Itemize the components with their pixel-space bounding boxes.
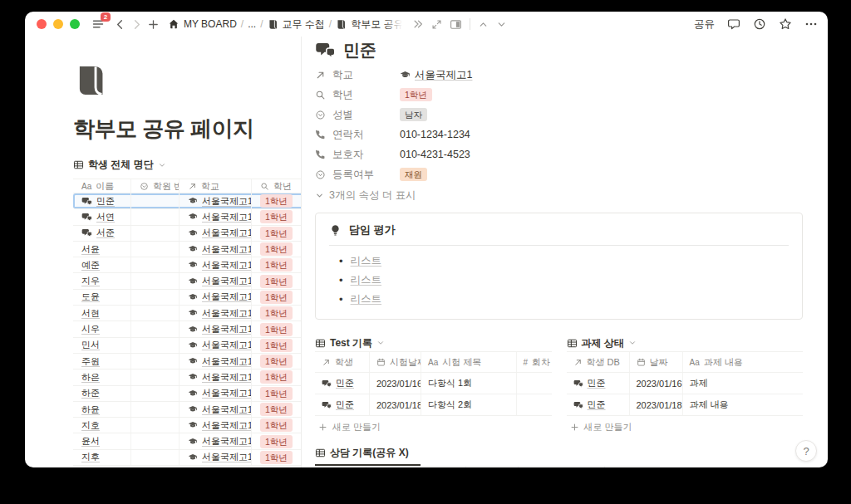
student-class-cell[interactable] [131,402,180,417]
student-name-cell[interactable]: 하은 [73,369,131,384]
student-school-cell[interactable]: 서울국제고1 [180,306,252,321]
student-class-cell[interactable] [131,338,180,353]
student-class-cell[interactable] [131,273,180,288]
breadcrumb-home[interactable]: MY BOARD [165,17,240,32]
student-grade-cell[interactable]: 1학년 [252,321,301,336]
table-row[interactable]: 지후 서울국제고1 1학년 [73,450,301,466]
student-school-cell[interactable]: 서울국제고1 [180,242,252,257]
student-name-cell[interactable]: 하윤 [73,402,131,417]
table-row[interactable]: 민준 2023/01/16 다항식 1회 [315,373,552,394]
student-name-cell[interactable]: 윤서 [73,433,131,448]
table-row[interactable]: 주원 서울국제고1 1학년 [73,354,301,369]
student-school-cell[interactable]: 서울국제고1 [180,226,252,241]
new-row-button[interactable]: 새로 만들기 [567,416,804,438]
student-grade-cell[interactable]: 1학년 [252,193,301,208]
column-header-student[interactable]: 학생 [315,467,366,467]
table-row[interactable]: 민준 서울국제고1 1학년 [73,193,301,209]
show-more-properties-button[interactable]: 3개의 속성 더 표시 [315,186,803,204]
student-grade-cell[interactable]: 1학년 [252,257,301,272]
student-name-cell[interactable]: 하준 [73,386,131,401]
student-name-cell[interactable]: 지우 [73,273,131,288]
table-row[interactable]: 시우 서울국제고1 1학년 [73,321,301,337]
student-grade-cell[interactable]: 1학년 [252,354,301,369]
student-class-cell[interactable] [131,321,180,336]
student-school-cell[interactable]: 서울국제고1 [180,418,252,433]
student-class-cell[interactable] [131,226,180,241]
new-page-button[interactable] [145,16,161,32]
table-row[interactable]: 서현 서울국제고1 1학년 [73,306,301,321]
more-options-icon[interactable] [804,17,818,31]
student-class-cell[interactable] [131,418,180,433]
record-title[interactable]: 민준 [343,39,376,61]
table-row[interactable]: 하준 서울국제고1 1학년 [73,386,301,402]
student-grade-cell[interactable]: 1학년 [252,290,301,305]
table-row[interactable]: 서윤 서울국제고1 1학년 [73,242,301,257]
student-class-cell[interactable] [131,257,180,272]
table-row[interactable]: 예준 서울국제고1 1학년 [73,257,301,273]
student-grade-cell[interactable]: 1학년 [252,418,301,433]
student-name-cell[interactable]: 민서 [73,338,131,353]
student-grade-cell[interactable]: 1학년 [252,273,301,288]
student-school-cell[interactable]: 서울국제고1 [180,257,252,272]
nav-back-button[interactable] [111,16,128,32]
column-header-consult-date[interactable]: 상담일자 [466,467,519,467]
student-class-cell[interactable] [131,450,180,465]
nav-forward-button[interactable] [128,16,145,32]
sidebar-toggle-icon[interactable]: 2 [90,16,106,32]
task-table-title[interactable]: 과제 상태 [567,335,804,351]
column-header-class[interactable]: 학원 반 [131,179,180,193]
student-grade-cell[interactable]: 1학년 [252,369,301,384]
student-school-cell[interactable]: 서울국제고1 [180,290,252,305]
table-row[interactable]: 서준 서울국제고1 1학년 [73,226,301,242]
student-school-cell[interactable]: 서울국제고1 [180,386,252,401]
student-school-cell[interactable]: 서울국제고1 [180,354,252,369]
expand-page-icon[interactable] [431,19,442,30]
column-header-name[interactable]: Aa 이름 [73,179,131,193]
student-school-cell[interactable]: 서울국제고1 [180,369,252,384]
table-row[interactable]: 하윤 서울국제고1 1학년 [73,402,301,418]
student-school-cell[interactable]: 서울국제고1 [180,209,252,224]
student-name-cell[interactable]: 서준 [73,226,131,241]
table-row[interactable]: 하은 서울국제고1 1학년 [73,369,301,385]
page-book-icon[interactable] [73,63,301,98]
student-class-cell[interactable] [131,354,180,369]
column-header-student[interactable]: 학생 [315,352,370,372]
column-header-student-db[interactable]: 학생 DB [567,352,630,372]
student-name-cell[interactable]: 예준 [73,257,131,272]
student-name-cell[interactable]: 서윤 [73,242,131,257]
student-class-cell[interactable] [131,306,180,321]
student-grade-cell[interactable]: 1학년 [252,226,301,241]
student-name-cell[interactable]: 지후 [73,450,131,465]
student-grade-cell[interactable]: 1학년 [252,402,301,417]
student-class-cell[interactable] [131,290,180,305]
favorite-star-icon[interactable] [779,17,792,31]
zoom-window-button[interactable] [70,19,80,29]
close-window-button[interactable] [37,19,47,29]
table-row[interactable]: 서연 서울국제고1 1학년 [73,209,301,225]
help-button[interactable]: ? [795,440,817,462]
student-school-cell[interactable]: 서울국제고1 [180,433,252,448]
table-row[interactable]: 도윤 서울국제고1 1학년 [73,290,301,306]
table-row[interactable]: 지호 서울국제고1 1학년 [73,418,301,433]
student-class-cell[interactable] [131,386,180,401]
student-name-cell[interactable]: 시우 [73,321,131,336]
table-row[interactable]: 윤서 서울국제고1 1학년 [73,433,301,449]
student-class-cell[interactable] [131,433,180,448]
speech-bubbles-icon[interactable] [315,40,336,61]
column-header-task-content[interactable]: Aa과제 내용 [683,352,804,372]
student-grade-cell[interactable]: 1학년 [252,209,301,224]
table-row[interactable]: 민준 2023/01/18 다항식 2회 [315,394,552,416]
next-record-icon[interactable] [496,19,507,30]
comments-icon[interactable] [727,17,740,31]
share-button[interactable]: 공유 [694,17,715,32]
column-header-test-title[interactable]: Aa시험 제목 [421,352,517,372]
column-header-consult-content[interactable]: Aa상담 내용 [366,467,466,467]
table-row[interactable]: 지우 서울국제고1 1학년 [73,273,301,289]
student-grade-cell[interactable]: 1학년 [252,386,301,401]
column-header-school[interactable]: 학교 [180,179,252,193]
student-school-cell[interactable]: 서울국제고1 [180,402,252,417]
column-header-date[interactable]: 날짜 [630,352,683,372]
student-grade-cell[interactable]: 1학년 [252,306,301,321]
student-grade-cell[interactable]: 1학년 [252,433,301,448]
student-class-cell[interactable] [131,369,180,384]
